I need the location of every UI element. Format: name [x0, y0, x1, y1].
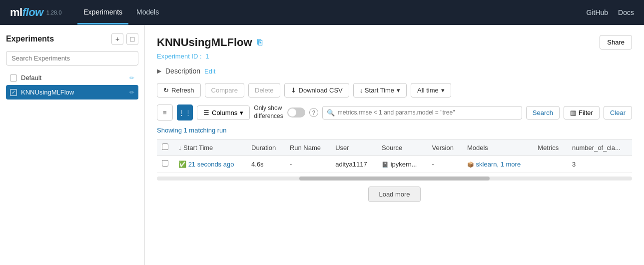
col-header-run-name[interactable]: Run Name [285, 140, 330, 156]
description-chevron-icon: ▶ [157, 68, 161, 74]
columns-label: Columns [212, 109, 237, 116]
experiment-name: KNNUsingMLFlow [157, 36, 252, 49]
nav-github[interactable]: GitHub [587, 8, 609, 16]
only-show-differences-toggle[interactable] [287, 108, 305, 118]
experiment-header: KNNUsingMLFlow ⎘ Share [157, 35, 632, 50]
clear-button[interactable]: Clear [604, 106, 632, 120]
grid-view-icon: ⋮⋮ [178, 109, 191, 116]
compare-label: Compare [211, 86, 238, 94]
refresh-icon: ↻ [163, 86, 169, 94]
load-more-button[interactable]: Load more [368, 186, 420, 202]
search-magnifier-icon: 🔍 [327, 109, 335, 116]
col-header-start-time[interactable]: ↓ Start Time [173, 140, 246, 156]
filter-search-box: 🔍 [322, 106, 522, 120]
delete-button[interactable]: Delete [248, 83, 280, 98]
download-csv-button[interactable]: ⬇ Download CSV [284, 83, 349, 98]
logo-ml: ml [10, 6, 22, 18]
download-icon: ⬇ [291, 86, 296, 94]
row-start-time: ✅ 21 seconds ago [173, 156, 246, 172]
delete-label: Delete [255, 86, 274, 94]
all-time-label: All time [417, 86, 439, 94]
col-header-version[interactable]: Version [427, 140, 462, 156]
columns-chevron-icon: ▾ [240, 109, 243, 116]
runs-table: ↓ Start Time Duration Run Name User Sour… [157, 139, 632, 172]
default-checkbox[interactable] [10, 74, 17, 82]
sidebar-actions: + □ [111, 33, 138, 45]
sidebar-item-default[interactable]: Default ✏ [6, 70, 138, 85]
collapse-sidebar-button[interactable]: □ [126, 33, 138, 45]
row-number-of-classes: 3 [567, 156, 632, 172]
filter-label: Filter [579, 109, 593, 116]
nav-models[interactable]: Models [130, 1, 165, 24]
main-content: KNNUsingMLFlow ⎘ Share Experiment ID : 1… [145, 25, 644, 265]
download-csv-label: Download CSV [299, 86, 343, 94]
description-label: Description [165, 67, 200, 75]
refresh-label: Refresh [171, 86, 194, 94]
logo: mlflow 1.28.0 [10, 6, 61, 19]
scrollbar-thumb[interactable] [299, 176, 489, 180]
top-navigation: mlflow 1.28.0 Experiments Models GitHub … [0, 0, 644, 25]
description-edit-link[interactable]: Edit [204, 68, 215, 75]
all-time-dropdown[interactable]: All time ▾ [411, 83, 451, 98]
matching-count: 1 [184, 126, 187, 134]
grid-view-button[interactable]: ⋮⋮ [177, 104, 193, 120]
row-source-text: ipykern... [391, 160, 417, 168]
row-run-name: - [285, 156, 330, 172]
sidebar-item-knn[interactable]: ✓ KNNUsingMLFlow ✏ [6, 85, 138, 100]
nav-experiments[interactable]: Experiments [77, 1, 128, 24]
filter-icon: ▥ [570, 109, 576, 116]
experiment-id-label: Experiment ID : [157, 52, 202, 60]
compare-button[interactable]: Compare [205, 83, 244, 98]
logo-text: mlflow [10, 6, 43, 19]
logo-version: 1.28.0 [46, 10, 62, 16]
row-checkbox[interactable] [162, 160, 168, 166]
default-edit-icon[interactable]: ✏ [129, 74, 134, 82]
filter-search-input[interactable] [338, 109, 518, 116]
notebook-icon: 📓 [382, 162, 389, 168]
experiment-title: KNNUsingMLFlow ⎘ [157, 36, 262, 49]
row-checkbox-cell [157, 156, 173, 172]
sidebar-item-label-default: Default [21, 74, 125, 82]
experiment-id-value: 1 [205, 52, 209, 60]
start-time-chevron-icon: ▾ [397, 86, 400, 94]
row-duration: 4.6s [246, 156, 285, 172]
status-icon: ✅ [178, 160, 186, 168]
start-time-link[interactable]: 21 seconds ago [188, 160, 234, 168]
col-header-models[interactable]: Models [462, 140, 533, 156]
model-icon: 📦 [467, 162, 474, 168]
row-models: 📦 sklearn, 1 more [462, 156, 533, 172]
list-view-button[interactable]: ≡ [157, 104, 173, 120]
col-header-duration[interactable]: Duration [246, 140, 285, 156]
select-all-checkbox[interactable] [162, 144, 168, 150]
refresh-button[interactable]: ↻ Refresh [157, 83, 201, 98]
knn-edit-icon[interactable]: ✏ [129, 89, 134, 96]
sidebar: Experiments + □ Default ✏ ✓ KNNUsingMLFl… [0, 25, 145, 265]
checkbox-check-icon: ✓ [10, 90, 16, 95]
add-experiment-button[interactable]: + [111, 33, 123, 45]
columns-icon: ☰ [203, 109, 209, 116]
search-experiments-input[interactable] [6, 51, 138, 66]
columns-button[interactable]: ☰ Columns ▾ [197, 106, 250, 120]
help-icon[interactable]: ? [309, 108, 318, 117]
filter-button[interactable]: ▥ Filter [564, 106, 600, 120]
nav-links: Experiments Models [77, 1, 165, 24]
start-time-dropdown[interactable]: ↓ Start Time ▾ [353, 83, 407, 98]
all-time-chevron-icon: ▾ [441, 86, 445, 94]
col-header-user[interactable]: User [330, 140, 377, 156]
matching-runs-text: Showing 1 matching run [157, 126, 632, 134]
share-button[interactable]: Share [600, 35, 632, 50]
row-source: 📓 ipykern... [377, 156, 427, 172]
col-header-number-of-classes[interactable]: number_of_cla... [567, 140, 632, 156]
search-button[interactable]: Search [526, 106, 560, 120]
model-link[interactable]: sklearn, 1 more [476, 160, 521, 168]
col-header-source[interactable]: Source [377, 140, 427, 156]
view-filter-row: ≡ ⋮⋮ ☰ Columns ▾ Only show differences ?… [157, 104, 632, 120]
sidebar-title: Experiments [6, 34, 54, 44]
row-version: - [427, 156, 462, 172]
toolbar: ↻ Refresh Compare Delete ⬇ Download CSV … [157, 83, 632, 98]
nav-docs[interactable]: Docs [618, 8, 634, 16]
copy-icon[interactable]: ⎘ [257, 38, 262, 47]
col-header-metrics-group: Metrics [533, 140, 567, 156]
knn-checkbox[interactable]: ✓ [10, 89, 17, 96]
horizontal-scrollbar[interactable] [157, 176, 632, 180]
